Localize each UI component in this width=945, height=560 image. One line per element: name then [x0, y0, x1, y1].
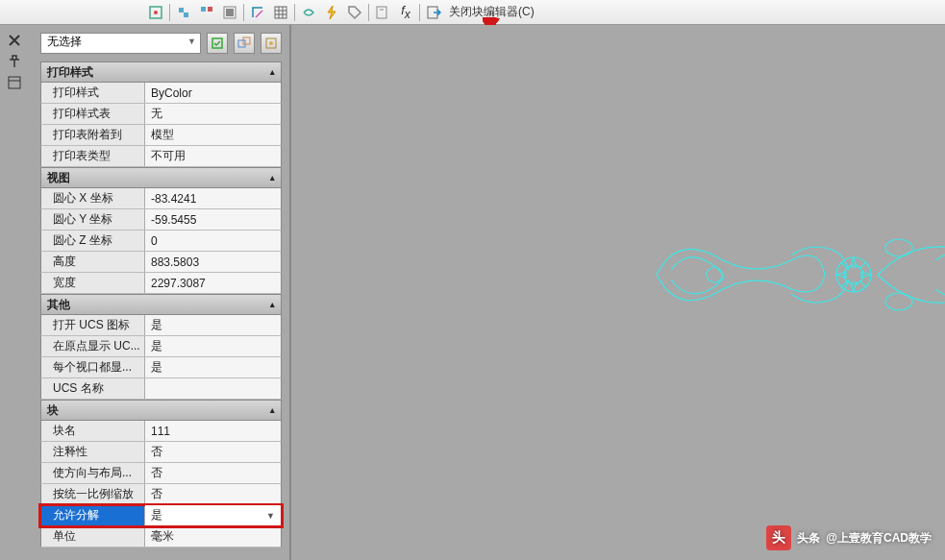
- prop-row[interactable]: 单位毫米: [40, 526, 282, 548]
- main-toolbar: fx 关闭块编辑器(C): [0, 0, 945, 25]
- prop-row[interactable]: 每个视口都显...是: [40, 357, 282, 378]
- svg-rect-3: [184, 12, 188, 17]
- panel-menu-icon[interactable]: [7, 75, 22, 90]
- prop-row[interactable]: 打印表附着到模型: [40, 125, 282, 146]
- prop-row[interactable]: 高度883.5803: [40, 252, 282, 273]
- fx-icon[interactable]: fx: [396, 3, 415, 22]
- prop-row[interactable]: 块名111: [40, 421, 282, 442]
- select-button-3[interactable]: [261, 33, 282, 54]
- svg-point-1: [154, 11, 158, 14]
- selection-dropdown[interactable]: 无选择: [40, 33, 201, 54]
- svg-rect-2: [179, 8, 184, 12]
- select-button-2[interactable]: [234, 33, 255, 54]
- watermark: 头 头条 @上壹教育CAD教学: [766, 525, 932, 550]
- prop-row[interactable]: 注释性否: [40, 442, 282, 463]
- watermark-text: @上壹教育CAD教学: [826, 530, 932, 547]
- svg-rect-8: [275, 7, 286, 18]
- tool-icon-4[interactable]: [220, 3, 239, 22]
- watermark-logo-icon: 头: [766, 525, 791, 550]
- table-icon[interactable]: [271, 3, 290, 22]
- section-other[interactable]: 其他▴: [40, 294, 282, 315]
- section-print-style[interactable]: 打印样式▴: [40, 61, 282, 83]
- svg-rect-17: [9, 77, 20, 88]
- selection-value: 无选择: [47, 35, 82, 48]
- svg-rect-13: [377, 7, 386, 18]
- prop-row[interactable]: 宽度2297.3087: [40, 273, 282, 294]
- svg-point-27: [885, 239, 912, 256]
- tag-icon[interactable]: [345, 3, 364, 22]
- prop-row[interactable]: 在原点显示 UC...是: [40, 336, 282, 357]
- lightning-icon[interactable]: [322, 3, 341, 22]
- drawing-ornament: [647, 207, 945, 342]
- prop-row[interactable]: 打印样式ByColor: [40, 83, 282, 104]
- prop-row[interactable]: 打印表类型不可用: [40, 146, 282, 167]
- tool-icon-5[interactable]: [248, 3, 267, 22]
- prop-row[interactable]: UCS 名称: [40, 378, 282, 400]
- drawing-canvas[interactable]: Y X: [291, 25, 945, 560]
- section-block[interactable]: 块▴: [40, 400, 282, 421]
- svg-rect-4: [201, 7, 206, 12]
- prop-row[interactable]: 使方向与布局...否: [40, 463, 282, 484]
- tool-icon-2[interactable]: [174, 3, 193, 22]
- quick-select-button[interactable]: [207, 33, 228, 54]
- tool-icon-7[interactable]: [373, 3, 392, 22]
- properties-panel: 无选择 打印样式▴ 打印样式ByColor 打印样式表无 打印表附着到模型 打印…: [0, 25, 291, 560]
- tool-icon-1[interactable]: [146, 3, 165, 22]
- exit-icon[interactable]: [424, 3, 443, 22]
- close-panel-icon[interactable]: [7, 33, 22, 48]
- svg-point-23: [269, 41, 273, 45]
- prop-row[interactable]: 圆心 Y 坐标-59.5455: [40, 209, 282, 231]
- svg-point-24: [707, 267, 722, 282]
- prop-row[interactable]: 打印样式表无: [40, 104, 282, 125]
- watermark-prefix: 头条: [797, 530, 820, 547]
- pin-icon[interactable]: [7, 54, 22, 69]
- tool-icon-3[interactable]: [197, 3, 216, 22]
- svg-rect-7: [226, 9, 234, 16]
- prop-row[interactable]: 圆心 X 坐标-83.4241: [40, 188, 282, 209]
- prop-row-allow-explode[interactable]: 允许分解是: [40, 505, 282, 526]
- svg-point-28: [885, 293, 912, 310]
- prop-row[interactable]: 按统一比例缩放否: [40, 484, 282, 505]
- svg-rect-5: [208, 7, 212, 12]
- prop-row[interactable]: 圆心 Z 坐标0: [40, 231, 282, 252]
- tool-icon-6[interactable]: [299, 3, 318, 22]
- section-view[interactable]: 视图▴: [40, 167, 282, 188]
- prop-row[interactable]: 打开 UCS 图标是: [40, 315, 282, 336]
